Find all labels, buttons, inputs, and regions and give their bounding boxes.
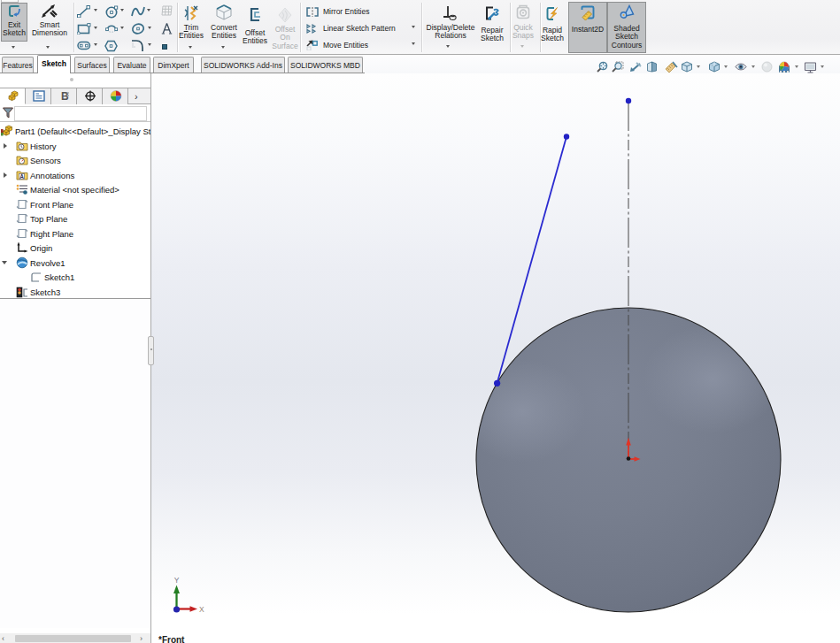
svg-text:X: X xyxy=(199,605,204,614)
svg-text:*Front: *Front xyxy=(158,635,185,643)
svg-text:Y: Y xyxy=(174,576,180,585)
svg-text:A: A xyxy=(19,172,24,179)
